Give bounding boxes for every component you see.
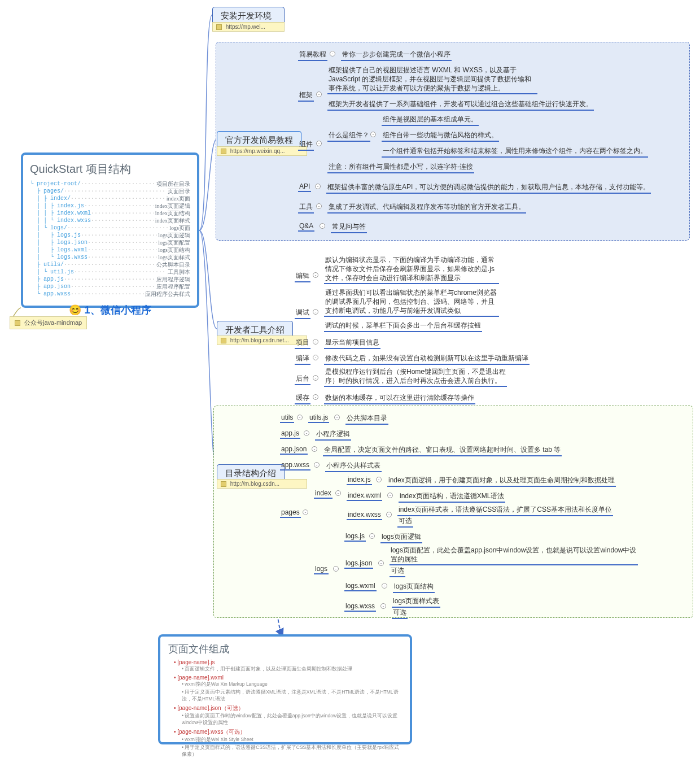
node-logsjson[interactable]: logs.json (344, 559, 373, 569)
quickstart-card: QuickStart 项目结构 └ project-root/ ········… (21, 153, 199, 308)
expand-dot[interactable] (313, 375, 318, 381)
node-indexjs-desc: index页面逻辑，用于创建页面对象，以及处理页面生命周期控制和数据处理 (387, 476, 616, 487)
expand-dot[interactable] (313, 355, 318, 360)
expand-dot[interactable] (313, 339, 318, 345)
node-logswxml[interactable]: logs.wxml (344, 582, 377, 591)
expand-dot[interactable] (369, 533, 375, 539)
branch-c-link[interactable]: http://m.blog.csdn.net... (217, 336, 307, 345)
node-qa[interactable]: Q&A (298, 222, 314, 232)
expand-dot[interactable] (314, 462, 320, 468)
node-framework-desc1: 框架提供了自己的视图层描述语言 WXML 和 WXSS，以及基于 JavaScr… (327, 66, 537, 94)
expand-dot[interactable] (334, 415, 340, 420)
node-logsjs-desc: logs页面逻辑 (380, 532, 422, 543)
node-debug-d2: 调试的时候，菜单栏下面会多出一个后台和缓存按钮 (324, 321, 482, 332)
node-compile[interactable]: 编译 (295, 354, 310, 365)
expand-dot[interactable] (316, 92, 322, 97)
note-icon (221, 338, 226, 343)
expand-dot[interactable] (313, 309, 318, 315)
node-logswxss-opt: 可选 (392, 608, 408, 619)
node-simple-tutorial[interactable]: 简易教程 (298, 50, 327, 61)
node-tool-desc: 集成了开发调试、代码编辑及程序发布等功能的官方开发者工具。 (327, 202, 526, 214)
node-index[interactable]: index (314, 489, 333, 499)
expand-dot[interactable] (370, 132, 376, 137)
card2-title: 页面文件组成 (168, 642, 402, 656)
node-project-desc: 显示当前项目信息 (324, 338, 380, 349)
expand-dot[interactable] (316, 203, 322, 209)
branch-d-link[interactable]: http://m.blog.csdn... (217, 479, 307, 489)
node-edit[interactable]: 编辑 (295, 271, 310, 282)
node-framework-desc2: 框架为开发者提供了一系列基础组件，开发者可以通过组合这些基础组件进行快速开发。 (327, 99, 594, 111)
node-whatis-component[interactable]: 什么是组件？ (327, 130, 370, 142)
node-background[interactable]: 后台 (295, 374, 310, 385)
node-indexwxss[interactable]: index.wxss (347, 511, 382, 520)
node-project[interactable]: 项目 (295, 338, 310, 349)
node-debug-d1: 通过界面我们可以看出编辑状态的菜单栏与chrome浏览器的调试界面几乎相同，包括… (324, 288, 499, 317)
node-logswxss[interactable]: logs.wxss (344, 602, 376, 612)
node-pages[interactable]: pages (280, 508, 301, 518)
node-indexwxml-desc: index页面结构，语法遵循XML语法 (399, 491, 505, 503)
expand-dot[interactable] (335, 490, 341, 496)
expand-dot[interactable] (313, 272, 318, 278)
node-framework[interactable]: 框架 (298, 90, 314, 102)
node-edit-desc: 默认为编辑状态显示，下面的编译为手动编译功能，通常情况下修改文件后保存会刷新界面… (324, 255, 499, 284)
expand-dot[interactable] (312, 446, 317, 452)
branch-a-link[interactable]: https://mp.wei... (212, 22, 285, 32)
node-utils-desc: 公共脚本目录 (345, 413, 388, 425)
expand-dot[interactable] (382, 583, 387, 589)
card1-title: QuickStart 项目结构 (30, 162, 190, 177)
expand-dot[interactable] (315, 184, 321, 189)
expand-dot[interactable] (304, 430, 309, 436)
expand-dot[interactable] (303, 509, 308, 515)
node-debug[interactable]: 调试 (295, 308, 310, 319)
node-logswxss-desc: logs页面样式表 (392, 596, 440, 608)
node-comp-note: 注意：所有组件与属性都是小写，以连字符-连接 (327, 162, 474, 173)
note-icon (15, 320, 20, 326)
node-api[interactable]: API (298, 182, 311, 192)
note-icon (216, 24, 222, 30)
expand-dot[interactable] (378, 560, 384, 566)
node-indexwxss-desc: index页面样式表，语法遵循CSS语法，扩展了CSS基本用法和长度单位 (397, 505, 613, 516)
expand-dot[interactable] (380, 603, 386, 609)
node-appjson-desc: 全局配置，决定页面文件的路径、窗口表现、设置网络超时时间、设置多 tab 等 (323, 445, 562, 456)
node-indexjs[interactable]: index.js (347, 476, 372, 485)
expand-dot[interactable] (333, 566, 339, 572)
note-icon (221, 149, 226, 154)
node-comp-d2: 组件自带一些功能与微信风格的样式。 (382, 130, 499, 142)
node-comp-d3: 一个组件通常包括开始标签和结束标签，属性用来修饰这个组件，内容在两个标签之内。 (382, 146, 648, 158)
expand-dot[interactable] (320, 223, 325, 229)
card1-footer: 1、微信小程序 (85, 304, 151, 316)
node-utils[interactable]: utils (280, 413, 294, 423)
expand-dot[interactable] (297, 415, 303, 420)
node-component[interactable]: 组件 (298, 140, 314, 151)
link-text: https://mp.wei... (226, 24, 265, 30)
node-cache[interactable]: 缓存 (295, 393, 310, 404)
branch-b-link[interactable]: https://mp.weixin.qq... (217, 146, 307, 156)
node-logsjs[interactable]: logs.js (344, 532, 366, 542)
smile-icon: 😊 (69, 304, 81, 316)
node-appwxss-desc: 小程序公共样式表 (325, 461, 382, 472)
node-utilsjs[interactable]: utils.js (308, 413, 329, 423)
link-text: http://m.blog.csdn.net... (230, 337, 289, 343)
directory-tree: └ project-root/ ························… (30, 180, 190, 298)
note-icon (221, 481, 226, 487)
node-tool[interactable]: 工具 (298, 202, 314, 214)
node-comp-d1: 组件是视图层的基本组成单元。 (382, 115, 479, 126)
node-indexwxss-opt: 可选 (397, 516, 413, 528)
node-qa-desc: 常见问与答 (331, 222, 367, 233)
expand-dot[interactable] (376, 477, 382, 482)
expand-dot[interactable] (387, 493, 393, 498)
link-text: https://mp.weixin.qq... (230, 148, 285, 154)
expand-dot[interactable] (316, 141, 322, 146)
node-appjson[interactable]: app.json (280, 445, 308, 455)
expand-dot[interactable] (386, 512, 392, 517)
expand-dot[interactable] (313, 394, 318, 400)
node-logswxml-desc: logs页面结构 (393, 582, 435, 593)
node-compile-desc: 修改代码之后，如果没有设置自动检测刷新可以在这里手动重新编译 (324, 354, 530, 365)
node-appwxss[interactable]: app.wxss (280, 461, 310, 471)
expand-dot[interactable] (330, 51, 335, 56)
node-appjs[interactable]: app.js (280, 429, 300, 439)
node-logsjson-desc: logs页面配置，此处会覆盖app.json中window设置，也就是说可以设置… (390, 546, 638, 565)
page-file-composition-card: 页面文件组成 • [page-name].js• 页面逻辑文件，用于创建页面对象… (158, 634, 412, 744)
node-logs[interactable]: logs (314, 565, 329, 574)
node-indexwxml[interactable]: index.wxml (347, 491, 382, 501)
